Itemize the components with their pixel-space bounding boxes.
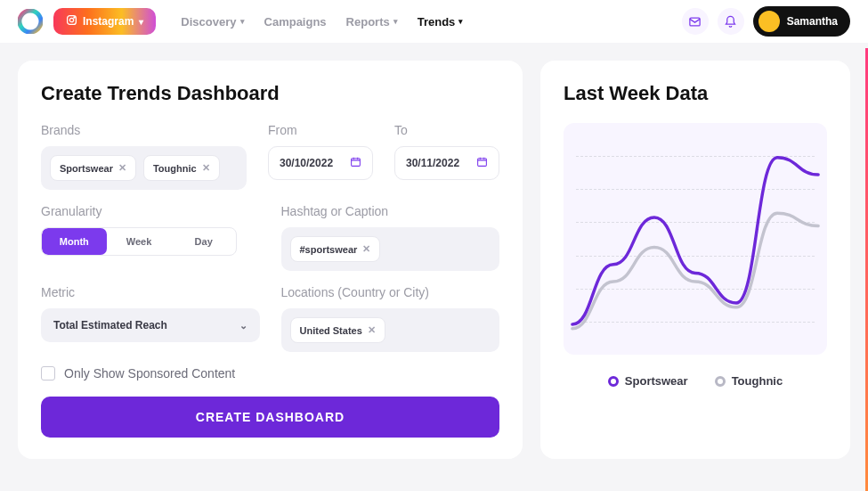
legend-label: Sportswear (625, 374, 688, 388)
chevron-down-icon: ▾ (240, 17, 245, 26)
to-date-input[interactable]: 30/11/2022 (394, 146, 499, 180)
svg-rect-4 (352, 159, 361, 167)
legend-dot-icon (608, 376, 619, 387)
granularity-label: Granularity (41, 204, 260, 218)
nav-item-discovery[interactable]: Discovery▾ (181, 15, 244, 29)
chart-line-toughnic (572, 213, 818, 329)
from-value: 30/10/2022 (280, 157, 333, 169)
app-logo (18, 9, 43, 34)
main-content: Create Trends Dashboard Brands Sportswea… (0, 43, 868, 459)
svg-point-1 (69, 18, 73, 21)
user-name: Samantha (787, 15, 838, 28)
chip-remove-icon[interactable]: ✕ (118, 162, 126, 174)
hashtag-label: Hashtag or Caption (281, 204, 500, 218)
location-chip: United States✕ (290, 317, 385, 343)
chevron-down-icon: ▾ (458, 17, 463, 26)
brands-label: Brands (41, 123, 247, 137)
chart-svg (564, 123, 827, 355)
sponsored-label: Only Show Sponsored Content (64, 366, 235, 381)
chart-legend: Sportswear Toughnic (564, 374, 827, 388)
page-title: Create Trends Dashboard (41, 82, 499, 105)
chevron-down-icon: ▾ (393, 17, 398, 26)
metric-select[interactable]: Total Estimated Reach ⌄ (41, 308, 260, 342)
granularity-segmented: MonthWeekDay (41, 227, 237, 256)
chart-line-sportswear (572, 158, 818, 324)
bell-icon (724, 15, 737, 29)
chip-remove-icon[interactable]: ✕ (362, 243, 370, 255)
to-value: 30/11/2022 (406, 157, 459, 169)
header-actions: Samantha (682, 6, 850, 37)
nav-item-trends[interactable]: Trends▾ (418, 15, 464, 29)
create-dashboard-button[interactable]: CREATE DASHBOARD (41, 397, 499, 438)
hashtag-chip: #sportswear✕ (290, 236, 381, 262)
from-date-input[interactable]: 30/10/2022 (268, 146, 373, 180)
legend-label: Toughnic (732, 374, 783, 388)
nav-label: Trends (418, 15, 456, 29)
chip-label: Toughnic (153, 163, 197, 174)
notifications-button[interactable] (718, 8, 744, 35)
user-menu[interactable]: Samantha (753, 6, 850, 37)
locations-input[interactable]: United States✕ (281, 308, 500, 352)
calendar-icon (350, 156, 361, 170)
nav-item-reports[interactable]: Reports▾ (346, 15, 398, 29)
from-label: From (268, 123, 373, 137)
brand-chip: Toughnic✕ (143, 155, 220, 181)
nav-label: Campaigns (264, 15, 327, 29)
create-dashboard-card: Create Trends Dashboard Brands Sportswea… (18, 61, 523, 459)
hashtag-input[interactable]: #sportswear✕ (281, 227, 500, 271)
chevron-down-icon: ▾ (139, 17, 143, 27)
chip-remove-icon[interactable]: ✕ (202, 162, 210, 174)
granularity-week[interactable]: Week (107, 228, 172, 255)
app-header: Instagram ▾ Discovery▾CampaignsReports▾T… (0, 0, 868, 43)
legend-item-toughnic: Toughnic (715, 374, 783, 388)
main-nav: Discovery▾CampaignsReports▾Trends▾ (181, 15, 463, 29)
chip-label: United States (300, 325, 362, 336)
last-week-card: Last Week Data Sportswear Toughnic (540, 61, 850, 459)
avatar (758, 11, 780, 32)
nav-label: Discovery (181, 15, 236, 29)
svg-point-2 (74, 17, 75, 18)
platform-selector-button[interactable]: Instagram ▾ (53, 8, 156, 35)
nav-label: Reports (346, 15, 390, 29)
granularity-month[interactable]: Month (42, 228, 107, 255)
platform-label: Instagram (83, 15, 134, 28)
metric-value: Total Estimated Reach (53, 319, 167, 331)
chart-title: Last Week Data (564, 82, 827, 105)
chip-label: #sportswear (300, 244, 358, 255)
mail-icon (688, 15, 702, 29)
to-label: To (394, 123, 499, 137)
brands-input[interactable]: Sportswear✕Toughnic✕ (41, 146, 247, 190)
messages-button[interactable] (682, 8, 709, 35)
calendar-icon (476, 156, 488, 170)
chip-label: Sportswear (60, 163, 113, 174)
chevron-down-icon: ⌄ (239, 320, 247, 331)
brand-chip: Sportswear✕ (50, 155, 136, 181)
legend-dot-icon (715, 376, 726, 387)
instagram-icon (66, 14, 77, 29)
metric-label: Metric (41, 285, 260, 299)
chip-remove-icon[interactable]: ✕ (368, 324, 376, 336)
locations-label: Locations (Country or City) (281, 285, 500, 299)
sponsored-row: Only Show Sponsored Content (41, 366, 499, 381)
sponsored-checkbox[interactable] (41, 366, 55, 381)
nav-item-campaigns[interactable]: Campaigns (264, 15, 327, 29)
granularity-day[interactable]: Day (171, 228, 236, 255)
legend-item-sportswear: Sportswear (608, 374, 688, 388)
chart-area (564, 123, 827, 355)
svg-rect-5 (478, 159, 487, 167)
